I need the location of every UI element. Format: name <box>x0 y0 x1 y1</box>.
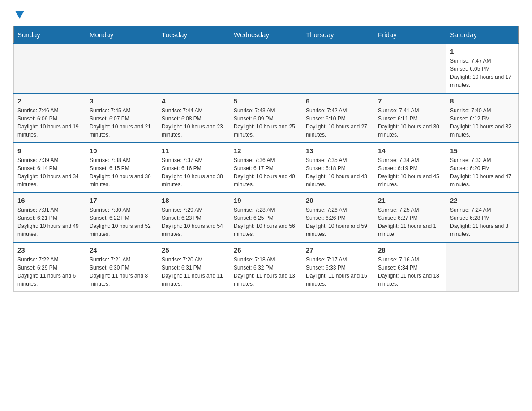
day-info: Sunrise: 7:20 AM Sunset: 6:31 PM Dayligh… <box>162 256 226 288</box>
calendar-day-cell <box>230 43 302 93</box>
day-info: Sunrise: 7:39 AM Sunset: 6:14 PM Dayligh… <box>17 156 82 188</box>
calendar-header-row: SundayMondayTuesdayWednesdayThursdayFrid… <box>14 26 519 44</box>
calendar-week-row: 1Sunrise: 7:47 AM Sunset: 6:05 PM Daylig… <box>14 43 519 93</box>
calendar-day-cell: 23Sunrise: 7:22 AM Sunset: 6:29 PM Dayli… <box>14 242 86 292</box>
day-number: 2 <box>17 97 82 105</box>
day-info: Sunrise: 7:34 AM Sunset: 6:19 PM Dayligh… <box>378 156 442 188</box>
day-info: Sunrise: 7:38 AM Sunset: 6:15 PM Dayligh… <box>90 156 154 188</box>
day-number: 22 <box>450 197 515 204</box>
calendar-day-cell: 8Sunrise: 7:40 AM Sunset: 6:12 PM Daylig… <box>446 93 519 143</box>
calendar-day-cell <box>86 43 158 93</box>
day-info: Sunrise: 7:33 AM Sunset: 6:20 PM Dayligh… <box>450 156 515 188</box>
calendar-week-row: 9Sunrise: 7:39 AM Sunset: 6:14 PM Daylig… <box>14 143 519 193</box>
calendar-week-row: 16Sunrise: 7:31 AM Sunset: 6:21 PM Dayli… <box>14 193 519 242</box>
day-info: Sunrise: 7:36 AM Sunset: 6:17 PM Dayligh… <box>234 156 298 188</box>
day-of-week-header: Tuesday <box>158 26 230 44</box>
calendar-week-row: 2Sunrise: 7:46 AM Sunset: 6:06 PM Daylig… <box>14 93 519 143</box>
day-info: Sunrise: 7:44 AM Sunset: 6:08 PM Dayligh… <box>162 107 226 139</box>
day-info: Sunrise: 7:37 AM Sunset: 6:16 PM Dayligh… <box>162 156 226 188</box>
day-number: 12 <box>234 147 298 154</box>
day-number: 14 <box>378 147 442 154</box>
calendar-day-cell: 15Sunrise: 7:33 AM Sunset: 6:20 PM Dayli… <box>446 143 519 193</box>
day-number: 18 <box>162 197 226 204</box>
day-info: Sunrise: 7:24 AM Sunset: 6:28 PM Dayligh… <box>450 206 515 238</box>
day-number: 11 <box>162 147 226 154</box>
day-info: Sunrise: 7:35 AM Sunset: 6:18 PM Dayligh… <box>306 156 370 188</box>
calendar-day-cell: 22Sunrise: 7:24 AM Sunset: 6:28 PM Dayli… <box>446 193 519 242</box>
day-info: Sunrise: 7:30 AM Sunset: 6:22 PM Dayligh… <box>90 206 154 238</box>
day-info: Sunrise: 7:21 AM Sunset: 6:30 PM Dayligh… <box>90 256 154 288</box>
calendar-week-row: 23Sunrise: 7:22 AM Sunset: 6:29 PM Dayli… <box>14 242 519 292</box>
day-info: Sunrise: 7:42 AM Sunset: 6:10 PM Dayligh… <box>306 107 370 139</box>
day-number: 19 <box>234 197 298 204</box>
day-number: 21 <box>378 197 442 204</box>
day-of-week-header: Friday <box>374 26 446 44</box>
day-number: 16 <box>17 197 82 204</box>
logo-triangle-icon <box>15 11 24 19</box>
calendar-day-cell: 25Sunrise: 7:20 AM Sunset: 6:31 PM Dayli… <box>158 242 230 292</box>
calendar-day-cell: 24Sunrise: 7:21 AM Sunset: 6:30 PM Dayli… <box>86 242 158 292</box>
day-number: 27 <box>306 246 370 254</box>
calendar-day-cell: 19Sunrise: 7:28 AM Sunset: 6:25 PM Dayli… <box>230 193 302 242</box>
day-info: Sunrise: 7:31 AM Sunset: 6:21 PM Dayligh… <box>17 206 82 238</box>
calendar-day-cell: 13Sunrise: 7:35 AM Sunset: 6:18 PM Dayli… <box>302 143 374 193</box>
calendar-day-cell: 27Sunrise: 7:17 AM Sunset: 6:33 PM Dayli… <box>302 242 374 292</box>
day-of-week-header: Monday <box>86 26 158 44</box>
day-number: 24 <box>90 246 154 254</box>
day-number: 7 <box>378 97 442 105</box>
day-number: 6 <box>306 97 370 105</box>
calendar-day-cell: 4Sunrise: 7:44 AM Sunset: 6:08 PM Daylig… <box>158 93 230 143</box>
day-number: 13 <box>306 147 370 154</box>
day-info: Sunrise: 7:16 AM Sunset: 6:34 PM Dayligh… <box>378 256 442 288</box>
day-info: Sunrise: 7:17 AM Sunset: 6:33 PM Dayligh… <box>306 256 370 288</box>
calendar-day-cell: 17Sunrise: 7:30 AM Sunset: 6:22 PM Dayli… <box>86 193 158 242</box>
day-number: 28 <box>378 246 442 254</box>
day-number: 15 <box>450 147 515 154</box>
calendar-day-cell <box>158 43 230 93</box>
calendar-table: SundayMondayTuesdayWednesdayThursdayFrid… <box>13 26 519 292</box>
calendar-day-cell: 20Sunrise: 7:26 AM Sunset: 6:26 PM Dayli… <box>302 193 374 242</box>
day-number: 5 <box>234 97 298 105</box>
calendar-day-cell: 10Sunrise: 7:38 AM Sunset: 6:15 PM Dayli… <box>86 143 158 193</box>
calendar-day-cell: 16Sunrise: 7:31 AM Sunset: 6:21 PM Dayli… <box>14 193 86 242</box>
day-of-week-header: Saturday <box>446 26 519 44</box>
calendar-day-cell: 3Sunrise: 7:45 AM Sunset: 6:07 PM Daylig… <box>86 93 158 143</box>
calendar-day-cell: 2Sunrise: 7:46 AM Sunset: 6:06 PM Daylig… <box>14 93 86 143</box>
day-number: 4 <box>162 97 226 105</box>
calendar-day-cell <box>14 43 86 93</box>
day-of-week-header: Wednesday <box>230 26 302 44</box>
calendar-day-cell: 28Sunrise: 7:16 AM Sunset: 6:34 PM Dayli… <box>374 242 446 292</box>
calendar-day-cell <box>302 43 374 93</box>
day-info: Sunrise: 7:29 AM Sunset: 6:23 PM Dayligh… <box>162 206 226 238</box>
page-header <box>13 9 519 17</box>
day-of-week-header: Sunday <box>14 26 86 44</box>
day-info: Sunrise: 7:46 AM Sunset: 6:06 PM Dayligh… <box>17 107 82 139</box>
day-info: Sunrise: 7:28 AM Sunset: 6:25 PM Dayligh… <box>234 206 298 238</box>
day-number: 3 <box>90 97 154 105</box>
day-info: Sunrise: 7:47 AM Sunset: 6:05 PM Dayligh… <box>450 57 515 89</box>
day-number: 17 <box>90 197 154 204</box>
day-number: 1 <box>450 47 515 55</box>
day-number: 25 <box>162 246 226 254</box>
day-number: 10 <box>90 147 154 154</box>
day-info: Sunrise: 7:45 AM Sunset: 6:07 PM Dayligh… <box>90 107 154 139</box>
calendar-day-cell <box>374 43 446 93</box>
day-info: Sunrise: 7:43 AM Sunset: 6:09 PM Dayligh… <box>234 107 298 139</box>
day-info: Sunrise: 7:18 AM Sunset: 6:32 PM Dayligh… <box>234 256 298 288</box>
calendar-day-cell: 14Sunrise: 7:34 AM Sunset: 6:19 PM Dayli… <box>374 143 446 193</box>
calendar-day-cell: 5Sunrise: 7:43 AM Sunset: 6:09 PM Daylig… <box>230 93 302 143</box>
day-info: Sunrise: 7:41 AM Sunset: 6:11 PM Dayligh… <box>378 107 442 139</box>
day-info: Sunrise: 7:22 AM Sunset: 6:29 PM Dayligh… <box>17 256 82 288</box>
day-number: 8 <box>450 97 515 105</box>
day-info: Sunrise: 7:25 AM Sunset: 6:27 PM Dayligh… <box>378 206 442 238</box>
calendar-day-cell: 9Sunrise: 7:39 AM Sunset: 6:14 PM Daylig… <box>14 143 86 193</box>
day-number: 9 <box>17 147 82 154</box>
day-of-week-header: Thursday <box>302 26 374 44</box>
calendar-day-cell: 7Sunrise: 7:41 AM Sunset: 6:11 PM Daylig… <box>374 93 446 143</box>
calendar-day-cell: 18Sunrise: 7:29 AM Sunset: 6:23 PM Dayli… <box>158 193 230 242</box>
calendar-day-cell <box>446 242 519 292</box>
day-number: 23 <box>17 246 82 254</box>
calendar-day-cell: 26Sunrise: 7:18 AM Sunset: 6:32 PM Dayli… <box>230 242 302 292</box>
calendar-day-cell: 21Sunrise: 7:25 AM Sunset: 6:27 PM Dayli… <box>374 193 446 242</box>
calendar-day-cell: 12Sunrise: 7:36 AM Sunset: 6:17 PM Dayli… <box>230 143 302 193</box>
